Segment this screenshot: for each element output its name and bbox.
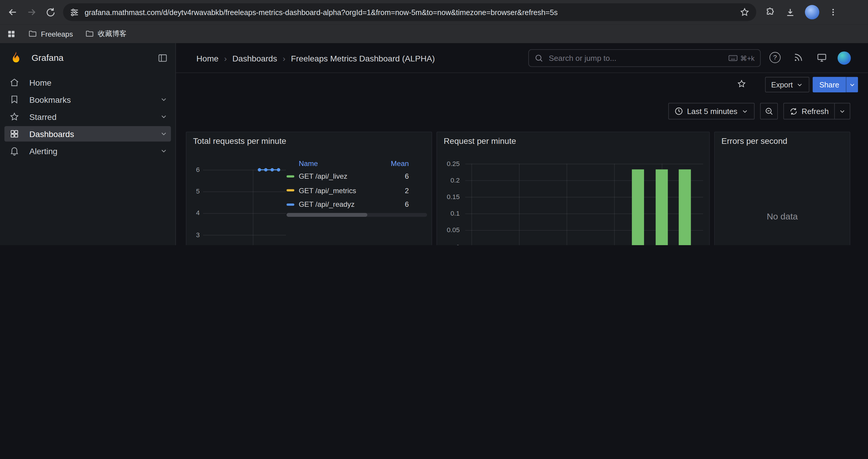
profile-avatar[interactable] bbox=[805, 5, 819, 20]
bookmark-item[interactable]: 收藏博客 bbox=[85, 29, 126, 39]
bookmark-item[interactable]: Freeleaps bbox=[28, 29, 73, 38]
menu-kebab-icon[interactable] bbox=[829, 8, 838, 17]
y-tick: 0.25 bbox=[437, 160, 460, 167]
y-tick: 0.05 bbox=[437, 226, 460, 234]
forward-icon[interactable] bbox=[22, 3, 41, 22]
zoom-out-button[interactable] bbox=[760, 103, 778, 119]
scrollbar-thumb[interactable] bbox=[286, 213, 367, 217]
legend-row[interactable]: GET /api/_livez 6 bbox=[286, 169, 427, 184]
chevron-down-icon[interactable] bbox=[160, 130, 167, 138]
sidebar-item-home[interactable]: Home bbox=[4, 75, 171, 90]
user-avatar[interactable] bbox=[838, 52, 851, 65]
refresh-label: Refresh bbox=[802, 107, 829, 116]
keyboard-icon bbox=[728, 55, 737, 61]
sidebar-item-dashboards[interactable]: Dashboards bbox=[4, 126, 171, 141]
breadcrumb-separator: › bbox=[283, 54, 285, 63]
search-box[interactable]: ⌘+k bbox=[528, 49, 761, 67]
bookmark-label: Freeleaps bbox=[41, 30, 73, 38]
folder-icon bbox=[85, 29, 94, 38]
refresh-button-group: Refresh bbox=[783, 103, 850, 119]
search-icon bbox=[534, 54, 543, 63]
breadcrumb-current: Freeleaps Metrics Dashboard (ALPHA) bbox=[291, 54, 435, 63]
reload-icon[interactable] bbox=[41, 3, 60, 22]
star-icon bbox=[9, 112, 20, 122]
site-settings-icon[interactable] bbox=[70, 7, 79, 17]
bar-chart[interactable] bbox=[465, 164, 703, 245]
panel-errors-per-second: Errors per second No data bbox=[714, 132, 850, 245]
share-button[interactable]: Share bbox=[813, 77, 846, 92]
legend-header-mean[interactable]: Mean bbox=[389, 159, 409, 167]
sidebar-item-label: Bookmarks bbox=[29, 95, 71, 104]
breadcrumb-home[interactable]: Home bbox=[196, 54, 219, 63]
chevron-down-icon bbox=[741, 107, 748, 114]
grafana-app: Grafana Home Bookmarks Starred bbox=[0, 43, 868, 245]
sidebar-toggle-icon[interactable] bbox=[158, 53, 168, 63]
legend-header-name[interactable]: Name bbox=[299, 159, 389, 167]
help-icon[interactable]: ? bbox=[770, 52, 780, 63]
grafana-logo[interactable] bbox=[9, 51, 23, 65]
sidebar-item-alerting[interactable]: Alerting bbox=[4, 143, 171, 159]
url-text[interactable]: grafana.mathmast.com/d/deytv4rwavabkb/fr… bbox=[85, 8, 740, 16]
address-bar[interactable]: grafana.mathmast.com/d/deytv4rwavabkb/fr… bbox=[63, 3, 756, 21]
zoom-out-icon bbox=[765, 107, 773, 116]
share-button-group: Share bbox=[813, 77, 858, 92]
time-toolbar: Last 5 minutes Refresh bbox=[668, 103, 850, 119]
legend-scrollbar[interactable] bbox=[286, 213, 427, 217]
brand-name: Grafana bbox=[32, 53, 64, 63]
chevron-down-icon[interactable] bbox=[160, 96, 167, 103]
sidebar-item-starred[interactable]: Starred bbox=[4, 109, 171, 124]
search-shortcut: ⌘+k bbox=[728, 54, 754, 62]
bookmarks-bar: Freeleaps 收藏博客 bbox=[0, 24, 868, 43]
y-tick: 6 bbox=[186, 166, 200, 174]
apps-grid-icon[interactable] bbox=[6, 29, 16, 38]
refresh-interval-dropdown[interactable] bbox=[834, 103, 850, 119]
clock-icon bbox=[674, 107, 683, 116]
chevron-down-icon[interactable] bbox=[160, 113, 167, 121]
sidebar-item-label: Alerting bbox=[29, 146, 57, 156]
kiosk-monitor-icon[interactable] bbox=[816, 53, 827, 63]
top-navigation: Home › Dashboards › Freeleaps Metrics Da… bbox=[176, 43, 868, 73]
sidebar-item-label: Dashboards bbox=[29, 129, 74, 138]
legend-row[interactable]: GET /api/_readyz 6 bbox=[286, 197, 427, 211]
sidebar-item-bookmarks[interactable]: Bookmarks bbox=[4, 92, 171, 107]
line-chart[interactable] bbox=[203, 170, 286, 245]
time-range-picker[interactable]: Last 5 minutes bbox=[668, 103, 754, 119]
share-dropdown-icon[interactable] bbox=[846, 77, 858, 92]
y-tick: 0.15 bbox=[437, 193, 460, 201]
downloads-icon[interactable] bbox=[785, 7, 796, 18]
panel-title[interactable]: Errors per second bbox=[721, 136, 787, 145]
bookmark-icon bbox=[9, 95, 20, 104]
breadcrumb-dashboards[interactable]: Dashboards bbox=[232, 54, 277, 63]
sidebar-header: Grafana bbox=[0, 43, 176, 73]
panel-title[interactable]: Total requests per minute bbox=[193, 136, 286, 145]
breadcrumb-separator: › bbox=[224, 54, 226, 63]
legend-row[interactable]: GET /api/_metrics 2 bbox=[286, 184, 427, 198]
chevron-down-icon bbox=[839, 107, 846, 114]
favorite-star-icon[interactable] bbox=[737, 79, 746, 89]
news-rss-icon[interactable] bbox=[793, 53, 803, 63]
bookmark-label: 收藏博客 bbox=[98, 29, 126, 39]
dashboard-actions: Export Share bbox=[176, 73, 868, 95]
sidebar: Grafana Home Bookmarks Starred bbox=[0, 43, 176, 245]
time-range-label: Last 5 minutes bbox=[687, 107, 737, 116]
search-input[interactable] bbox=[548, 53, 728, 63]
legend-table: Name Mean GET /api/_livez 6 GET /api/_me… bbox=[286, 157, 427, 211]
sidebar-item-label: Starred bbox=[29, 112, 56, 121]
main-content: Home › Dashboards › Freeleaps Metrics Da… bbox=[176, 43, 868, 245]
bookmark-star-icon[interactable] bbox=[740, 7, 750, 17]
y-tick: 3 bbox=[186, 231, 200, 239]
browser-toolbar: grafana.mathmast.com/d/deytv4rwavabkb/fr… bbox=[0, 0, 868, 24]
panel-request-per-minute: Request per minute 0.25 0.2 0.15 0.1 0.0… bbox=[436, 132, 710, 245]
y-tick: 0 bbox=[437, 243, 460, 245]
refresh-icon bbox=[789, 107, 798, 115]
refresh-button[interactable]: Refresh bbox=[784, 103, 834, 119]
browser-window: grafana.mathmast.com/d/deytv4rwavabkb/fr… bbox=[0, 0, 868, 245]
sidebar-item-label: Home bbox=[29, 78, 52, 87]
panel-title[interactable]: Request per minute bbox=[444, 136, 516, 145]
chevron-down-icon[interactable] bbox=[160, 147, 167, 155]
export-button[interactable]: Export bbox=[765, 77, 809, 92]
y-tick: 0.2 bbox=[437, 176, 460, 184]
extensions-icon[interactable] bbox=[765, 7, 776, 18]
back-icon[interactable] bbox=[3, 3, 22, 22]
series-color-dash bbox=[286, 189, 294, 191]
